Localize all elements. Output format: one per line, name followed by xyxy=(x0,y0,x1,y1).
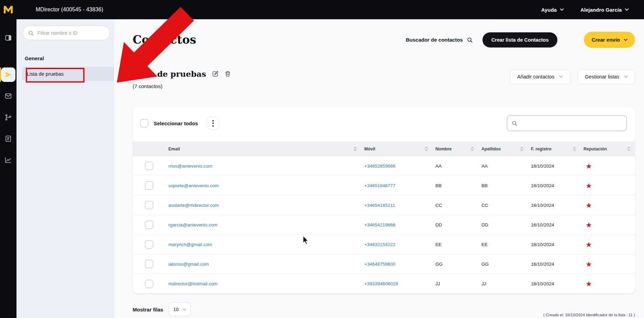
bulk-actions-menu-button[interactable] xyxy=(206,116,220,130)
contact-email-link[interactable]: rrios@antevenio.com xyxy=(166,163,362,169)
contact-email-link[interactable]: mdirector@hotmail.com xyxy=(166,281,362,286)
sidebar-search-input[interactable] xyxy=(37,30,99,36)
sort-icon xyxy=(520,146,523,151)
contact-email-link[interactable]: ialonso@gmail.com xyxy=(166,262,362,267)
page-title: Contactos xyxy=(133,33,196,46)
chevron-down-icon xyxy=(624,76,628,78)
contact-phone-link[interactable]: +34652859666 xyxy=(362,163,433,169)
column-label: F. registro xyxy=(531,147,552,151)
row-checkbox[interactable] xyxy=(145,280,153,288)
create-contact-list-button[interactable]: Crear lista de Contactos xyxy=(482,32,558,47)
column-header-email[interactable]: Email xyxy=(166,141,362,156)
rail-item-dashboard[interactable] xyxy=(0,29,16,47)
row-checkbox[interactable] xyxy=(145,201,153,209)
sidebar-item-lista-de-pruebas[interactable]: Lista de pruebas xyxy=(22,67,114,81)
column-label: Móvil xyxy=(364,147,375,151)
contact-registration-date: 16/10/2024 xyxy=(528,262,581,267)
list-metadata: ( Creada el: 16/10/2024 Identificador de… xyxy=(543,313,635,317)
rows-per-page-value: 10 xyxy=(173,307,179,312)
contact-email-link[interactable]: maryrich@gmail.com xyxy=(166,242,362,247)
rail-item-stats[interactable] xyxy=(0,151,16,169)
help-menu-label: Ayuda xyxy=(541,7,557,13)
edit-list-button[interactable] xyxy=(212,71,219,77)
manage-lists-label: Gestionar listas xyxy=(585,74,619,80)
branch-icon xyxy=(4,114,12,121)
layout-panel-icon xyxy=(4,34,12,42)
manage-lists-button[interactable]: Gestionar listas xyxy=(578,69,635,84)
contact-search-link[interactable]: Buscador de contactos xyxy=(406,37,473,43)
envelope-icon xyxy=(4,92,12,100)
contact-first-name: DD xyxy=(433,222,479,227)
contact-email-link[interactable]: rgarcia@antevenio.com xyxy=(166,222,362,227)
table-row: ialonso@gmail.com +34648759600 GG GG 16/… xyxy=(133,254,635,274)
contact-last-name: JJ xyxy=(479,281,528,286)
column-header-reputacion[interactable]: Reputación xyxy=(581,141,635,156)
contact-registration-date: 16/10/2024 xyxy=(528,222,581,227)
sidebar-search[interactable] xyxy=(23,25,110,40)
column-header-movil[interactable]: Móvil xyxy=(362,141,433,156)
contact-phone-link[interactable]: +393394606029 xyxy=(362,281,433,286)
contact-last-name: EE xyxy=(479,242,528,247)
sort-icon xyxy=(573,146,576,151)
contact-phone-link[interactable]: +34648759600 xyxy=(362,262,433,267)
rows-per-page-label: Mostrar filas xyxy=(133,307,163,312)
mdirector-m-icon xyxy=(3,6,13,14)
kebab-icon xyxy=(212,120,214,121)
search-icon xyxy=(28,30,34,36)
column-header-apellidos[interactable]: Apellidos xyxy=(479,141,528,156)
row-checkbox[interactable] xyxy=(145,240,153,248)
table-search-input[interactable] xyxy=(521,120,617,126)
mdirector-logo[interactable] xyxy=(0,0,16,19)
rail-item-messages[interactable] xyxy=(0,87,16,105)
contact-last-name: AA xyxy=(479,163,528,169)
table-row: rrios@antevenio.com +34652859666 AA AA 1… xyxy=(133,156,635,176)
column-header-f-registro[interactable]: F. registro xyxy=(528,141,581,156)
contact-registration-date: 16/10/2024 xyxy=(528,183,581,188)
reputation-star-icon: ★ xyxy=(581,221,635,229)
table-search[interactable] xyxy=(507,115,627,131)
table-row: maryrich@gmail.com +34632154222 EE EE 16… xyxy=(133,235,635,254)
create-send-button[interactable]: Crear envío xyxy=(584,32,635,48)
add-contacts-button[interactable]: Añadir contactos xyxy=(510,69,570,84)
sidebar-item-label: Lista de pruebas xyxy=(27,71,64,77)
rail-item-lists[interactable] xyxy=(0,130,16,148)
row-checkbox[interactable] xyxy=(145,162,153,170)
delete-list-button[interactable] xyxy=(224,71,231,77)
contact-email-link[interactable]: soporte@antevenio.com xyxy=(166,183,362,188)
sort-icon xyxy=(471,146,474,151)
contact-email-link[interactable]: asolarte@mdirector.com xyxy=(166,203,362,208)
sidebar-section-general: General xyxy=(25,55,114,61)
row-checkbox-cell xyxy=(133,221,166,229)
select-all-checkbox[interactable] xyxy=(140,119,148,127)
contact-first-name: CC xyxy=(433,203,479,208)
reputation-star-icon: ★ xyxy=(581,162,635,170)
search-icon xyxy=(511,120,518,126)
reputation-star-icon: ★ xyxy=(581,261,635,268)
contact-registration-date: 16/10/2024 xyxy=(528,281,581,286)
column-label: Email xyxy=(168,147,180,151)
contact-phone-link[interactable]: +34651848777 xyxy=(362,183,433,188)
user-menu[interactable]: Alejandro García xyxy=(580,7,629,13)
column-label: Reputación xyxy=(584,147,607,151)
rail-item-automations[interactable] xyxy=(0,108,16,126)
contact-registration-date: 16/10/2024 xyxy=(528,203,581,208)
reputation-star-icon: ★ xyxy=(581,241,635,248)
column-header-nombre[interactable]: Nombre xyxy=(433,141,479,156)
rows-per-page-select[interactable]: 10 xyxy=(169,303,191,316)
contact-phone-link[interactable]: +34632154222 xyxy=(362,242,433,247)
contact-phone-link[interactable]: +34654185211 xyxy=(362,203,433,208)
help-menu[interactable]: Ayuda xyxy=(541,7,564,13)
contacts-card: Seleccionar todos Email Móvil xyxy=(133,107,635,294)
sort-icon xyxy=(627,146,630,151)
row-checkbox[interactable] xyxy=(145,181,153,190)
chevron-down-icon xyxy=(182,308,186,311)
rail-item-campaigns[interactable] xyxy=(0,66,16,84)
contact-last-name: BB xyxy=(479,183,528,188)
contact-registration-date: 16/10/2024 xyxy=(528,242,581,247)
contact-phone-link[interactable]: +34654219666 xyxy=(362,222,433,227)
add-contacts-label: Añadir contactos xyxy=(517,74,554,80)
row-checkbox[interactable] xyxy=(145,260,153,268)
row-checkbox-cell xyxy=(133,201,166,209)
row-checkbox-cell xyxy=(133,280,166,288)
row-checkbox[interactable] xyxy=(145,221,153,229)
